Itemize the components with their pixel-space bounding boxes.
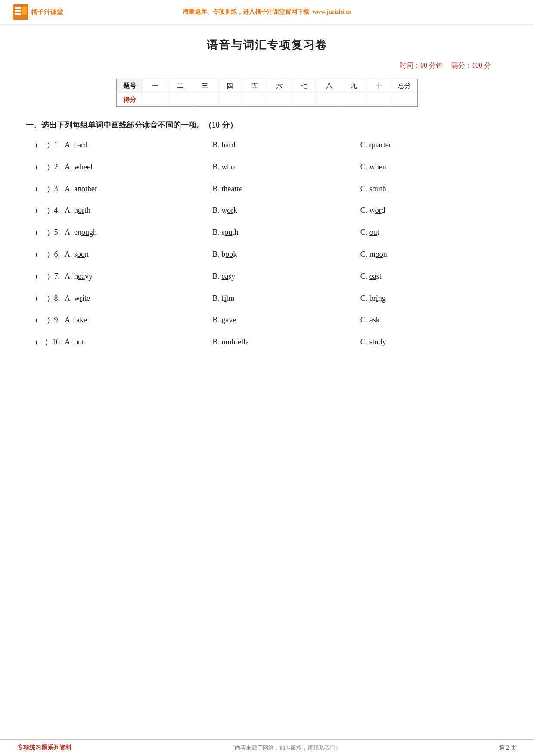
q3-blank[interactable]: ）3. (39, 183, 65, 195)
score-2[interactable] (168, 93, 192, 107)
score-4[interactable] (217, 93, 242, 107)
q9-optionB: B. gave (212, 314, 360, 326)
time-info: 时间：60 分钟 满分：100 分 (0, 61, 534, 70)
q8-optionB: B. film (212, 292, 360, 305)
question-row-7: （ ）7. A. heavy B. easy C. east (26, 270, 508, 283)
svg-rect-2 (15, 10, 21, 12)
q5-optionC: C. out (360, 226, 508, 239)
page-title: 语音与词汇专项复习卷 (0, 37, 534, 53)
q3-optionC: C. south (360, 183, 508, 195)
section1-title-text: 一、选出下列每组单词中画线部分读音不同的一项。（10 分） (26, 121, 237, 129)
q8-optionC: C. bring (360, 292, 508, 305)
q10-optionC: C. study (360, 336, 508, 348)
slogan-prefix: 海量题库、专项训练，进入橘子汁课堂官网下载 (183, 9, 309, 15)
score-10[interactable] (366, 93, 391, 107)
q3-bracket-open: （ (26, 183, 39, 195)
logo-area: 橘子汁课堂 (13, 4, 63, 20)
q4-optionC: C. word (360, 204, 508, 217)
col-7: 七 (292, 79, 317, 93)
score-table-label-header: 题号 (117, 79, 143, 93)
score-6[interactable] (267, 93, 292, 107)
footer-center: （内容来源于网络，如涉版权，请联系我们） (229, 744, 341, 752)
q6-bracket-open: （ (26, 248, 39, 261)
q8-blank[interactable]: ）8. (39, 292, 65, 305)
q2-bracket-open: （ (26, 161, 39, 173)
q5-optionB: B. south (212, 226, 360, 239)
q2-blank[interactable]: ）2. (39, 161, 65, 173)
q1-optionC: C. quarter (360, 139, 508, 151)
col-5: 五 (242, 79, 267, 93)
question-row-10: （ ）10. A. put B. umbrella C. study (26, 336, 508, 348)
question-row-3: （ ）3. A. another B. theatre C. south (26, 183, 508, 195)
slogan-url: www.juzizhi.cn (312, 9, 351, 15)
q10-optionA: A. put (65, 336, 212, 348)
top-header: 橘子汁课堂 海量题库、专项训练，进入橘子汁课堂官网下载 www.juzizhi.… (0, 0, 534, 25)
q9-optionC: C. ask (360, 314, 508, 326)
col-2: 二 (168, 79, 192, 93)
q3-optionA: A. another (65, 183, 212, 195)
score-label: 满分：100 分 (451, 62, 491, 69)
q9-optionA: A. take (65, 314, 212, 326)
score-table-row-score: 得分 (117, 93, 418, 107)
q10-bracket-open: （ (26, 336, 39, 348)
q10-blank[interactable]: ）10. (39, 336, 65, 348)
q4-bracket-open: （ (26, 204, 39, 217)
q5-optionA: A. enough (65, 226, 212, 239)
col-9: 九 (342, 79, 366, 93)
col-total: 总分 (391, 79, 417, 93)
q1-optionB: B. hard (212, 139, 360, 151)
footer-left: 专项练习题系列资料 (17, 744, 71, 752)
score-total[interactable] (391, 93, 417, 107)
score-3[interactable] (192, 93, 217, 107)
question-row-9: （ ）9. A. take B. gave C. ask (26, 314, 508, 326)
col-3: 三 (192, 79, 217, 93)
q4-blank[interactable]: ）4. (39, 204, 65, 217)
logo-icon (13, 4, 28, 20)
q5-blank[interactable]: ）5. (39, 226, 65, 239)
q2-optionC: C. when (360, 161, 508, 173)
q10-optionB: B. umbrella (212, 336, 360, 348)
section1-title: 一、选出下列每组单词中画线部分读音不同的一项。（10 分） (26, 120, 508, 130)
q6-optionB: B. book (212, 248, 360, 261)
score-table: 题号 一 二 三 四 五 六 七 八 九 十 总分 得分 (116, 79, 418, 107)
score-8[interactable] (317, 93, 342, 107)
q8-bracket-open: （ (26, 292, 39, 305)
score-9[interactable] (342, 93, 366, 107)
col-6: 六 (267, 79, 292, 93)
question-row-4: （ ）4. A. north B. work C. word (26, 204, 508, 217)
q7-optionA: A. heavy (65, 270, 212, 283)
col-8: 八 (317, 79, 342, 93)
score-table-wrap: 题号 一 二 三 四 五 六 七 八 九 十 总分 得分 (26, 79, 508, 107)
question-row-2: （ ）2. A. wheel B. who C. when (26, 161, 508, 173)
q2-optionB: B. who (212, 161, 360, 173)
svg-rect-4 (22, 7, 27, 15)
q9-blank[interactable]: ）9. (39, 314, 65, 326)
score-1[interactable] (143, 93, 168, 107)
question-row-5: （ ）5. A. enough B. south C. out (26, 226, 508, 239)
score-5[interactable] (242, 93, 267, 107)
q7-optionB: B. easy (212, 270, 360, 283)
header-slogan: 海量题库、专项训练，进入橘子汁课堂官网下载 www.juzizhi.cn (183, 8, 352, 16)
q4-optionA: A. north (65, 204, 212, 217)
svg-rect-3 (15, 13, 21, 15)
q8-optionA: A. write (65, 292, 212, 305)
q7-blank[interactable]: ）7. (39, 270, 65, 283)
q7-optionC: C. east (360, 270, 508, 283)
q4-optionB: B. work (212, 204, 360, 217)
score-table-label-score: 得分 (117, 93, 143, 107)
q6-blank[interactable]: ）6. (39, 248, 65, 261)
q1-bracket-open: （ (26, 139, 39, 151)
q2-optionA: A. wheel (65, 161, 212, 173)
col-10: 十 (366, 79, 391, 93)
question-row-8: （ ）8. A. write B. film C. bring (26, 292, 508, 305)
q5-bracket-open: （ (26, 226, 39, 239)
q9-bracket-open: （ (26, 314, 39, 326)
questions-section1: （ ）1. A. card B. hard C. quarter （ ）2. A… (26, 139, 508, 348)
q6-optionA: A. soon (65, 248, 212, 261)
question-row-6: （ ）6. A. soon B. book C. moon (26, 248, 508, 261)
q1-blank[interactable]: ）1. (39, 139, 65, 151)
q1-optionA: A. card (65, 139, 212, 151)
footer-right: 第 2 页 (499, 744, 517, 752)
score-7[interactable] (292, 93, 317, 107)
score-table-row-header: 题号 一 二 三 四 五 六 七 八 九 十 总分 (117, 79, 418, 93)
